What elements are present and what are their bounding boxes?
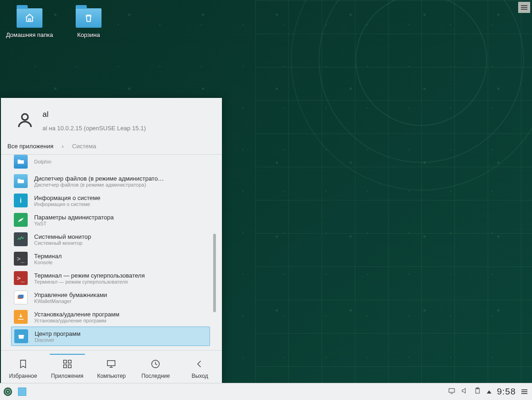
app-subtitle: Konsole bbox=[34, 260, 207, 265]
app-title: Центр программ bbox=[35, 330, 207, 337]
app-subtitle: Системный монитор bbox=[34, 240, 207, 246]
svg-point-0 bbox=[22, 114, 28, 120]
app-title: Терминал — режим суперпользователя bbox=[34, 272, 207, 279]
application-launcher: al al на 10.0.2.15 (openSUSE Leap 15.1) … bbox=[1, 98, 222, 383]
dolphin-icon bbox=[14, 155, 28, 169]
desktop-toolbox-button[interactable] bbox=[518, 2, 530, 13]
svg-rect-6 bbox=[63, 365, 66, 368]
desktop-icon-home[interactable]: Домашняя папка bbox=[2, 8, 57, 38]
app-subtitle: Информация о системе bbox=[34, 201, 207, 207]
folder-icon bbox=[17, 8, 42, 28]
menu-icon bbox=[521, 7, 527, 8]
launcher-tabs: Избранное Приложения Компьютер Последние… bbox=[1, 350, 222, 383]
tray-volume-icon[interactable] bbox=[461, 387, 468, 396]
system-tray: 9:58 bbox=[448, 383, 532, 400]
taskbar: 9:58 bbox=[0, 383, 532, 400]
app-title: Системный монитор bbox=[34, 233, 207, 240]
scrollbar-thumb[interactable] bbox=[213, 234, 216, 312]
svg-rect-5 bbox=[68, 360, 71, 363]
breadcrumb-current: Система bbox=[72, 143, 96, 150]
tab-label: Последние bbox=[141, 373, 170, 379]
svg-point-12 bbox=[7, 391, 9, 393]
svg-rect-2 bbox=[19, 295, 24, 298]
tray-clipboard-icon[interactable] bbox=[474, 387, 481, 396]
scrollbar[interactable] bbox=[213, 158, 216, 346]
tray-expand-icon[interactable] bbox=[487, 390, 491, 394]
app-title: Терминал bbox=[34, 253, 207, 260]
app-item[interactable]: >_Терминал — режим суперпользователяТерм… bbox=[11, 268, 210, 288]
app-item[interactable]: Управление бумажникамиKWalletManager bbox=[11, 288, 210, 307]
tab-label: Выход bbox=[191, 373, 208, 379]
desktop-icon-trash[interactable]: Корзина bbox=[61, 8, 116, 38]
desktop-icon-label: Корзина bbox=[61, 31, 116, 38]
app-subtitle: Установка/удаление программ bbox=[34, 318, 207, 323]
svg-rect-4 bbox=[63, 360, 66, 363]
user-avatar-icon[interactable] bbox=[16, 111, 34, 131]
taskbar-clock[interactable]: 9:58 bbox=[497, 387, 516, 397]
user-name: al bbox=[42, 110, 146, 119]
start-menu-button[interactable] bbox=[0, 383, 16, 400]
app-title: Установка/удаление программ bbox=[34, 311, 207, 318]
application-list: DolphinДиспетчер файлов (в режиме админи… bbox=[1, 155, 222, 350]
app-item[interactable]: iИнформация о системеИнформация о систем… bbox=[11, 191, 210, 210]
app-title: Диспетчер файлов (в режиме администрато… bbox=[34, 175, 207, 182]
taskbar-task-active[interactable] bbox=[18, 388, 26, 396]
launcher-header: al al на 10.0.2.15 (openSUSE Leap 15.1) bbox=[1, 98, 222, 140]
svg-rect-13 bbox=[449, 388, 454, 392]
app-item[interactable]: Dolphin bbox=[11, 155, 210, 171]
app-item[interactable]: Центр программDiscover bbox=[11, 327, 210, 346]
desktop-icon-label: Домашняя папка bbox=[2, 31, 57, 38]
tab-label: Избранное bbox=[9, 373, 37, 379]
folder-icon bbox=[14, 174, 28, 188]
tab-label: Приложения bbox=[51, 373, 84, 379]
app-subtitle: Dolphin bbox=[34, 159, 207, 164]
app-item[interactable]: Системный мониторСистемный монитор bbox=[11, 230, 210, 249]
tray-display-icon[interactable] bbox=[448, 387, 455, 396]
install-icon bbox=[14, 310, 28, 324]
app-subtitle: Терминал — режим суперпользователя bbox=[34, 279, 207, 285]
breadcrumb-all-apps[interactable]: Все приложения bbox=[7, 143, 54, 150]
app-subtitle: Диспетчер файлов (в режиме администратор… bbox=[34, 182, 207, 188]
svg-rect-3 bbox=[19, 336, 24, 339]
tab-label: Компьютер bbox=[97, 373, 126, 379]
taskbar-peek-button[interactable] bbox=[521, 391, 527, 392]
user-host: al на 10.0.2.15 (openSUSE Leap 15.1) bbox=[42, 125, 146, 132]
app-title: Информация о системе bbox=[34, 194, 207, 201]
tab-favorites[interactable]: Избранное bbox=[1, 354, 45, 379]
tab-applications[interactable]: Приложения bbox=[45, 354, 90, 379]
app-item[interactable]: >_ТерминалKonsole bbox=[11, 249, 210, 268]
folder-icon bbox=[76, 8, 102, 28]
rootterm-icon: >_ bbox=[14, 271, 28, 285]
app-subtitle: YaST bbox=[34, 221, 207, 226]
discover-icon bbox=[14, 329, 28, 343]
svg-rect-7 bbox=[68, 365, 71, 368]
app-item[interactable]: Диспетчер файлов (в режиме администрато…… bbox=[11, 171, 210, 191]
app-subtitle: Discover bbox=[35, 337, 207, 343]
tab-computer[interactable]: Компьютер bbox=[90, 354, 134, 379]
kwallet-icon bbox=[14, 291, 28, 304]
tab-recent[interactable]: Последние bbox=[133, 354, 178, 379]
app-subtitle: KWalletManager bbox=[34, 298, 207, 304]
app-title: Управление бумажниками bbox=[34, 291, 207, 298]
app-title: Параметры администратора bbox=[34, 214, 207, 221]
app-item[interactable]: Установка/удаление программУстановка/уда… bbox=[11, 307, 210, 327]
sysmon-icon bbox=[14, 232, 28, 246]
tab-leave[interactable]: Выход bbox=[178, 354, 222, 379]
app-item[interactable]: Параметры администратораYaST bbox=[11, 210, 210, 230]
term-icon: >_ bbox=[14, 252, 28, 266]
info-icon: i bbox=[14, 194, 28, 207]
chevron-right-icon: › bbox=[62, 143, 64, 150]
breadcrumb: Все приложения › Система bbox=[1, 140, 222, 155]
yast-icon bbox=[14, 213, 28, 227]
svg-rect-8 bbox=[108, 361, 115, 366]
